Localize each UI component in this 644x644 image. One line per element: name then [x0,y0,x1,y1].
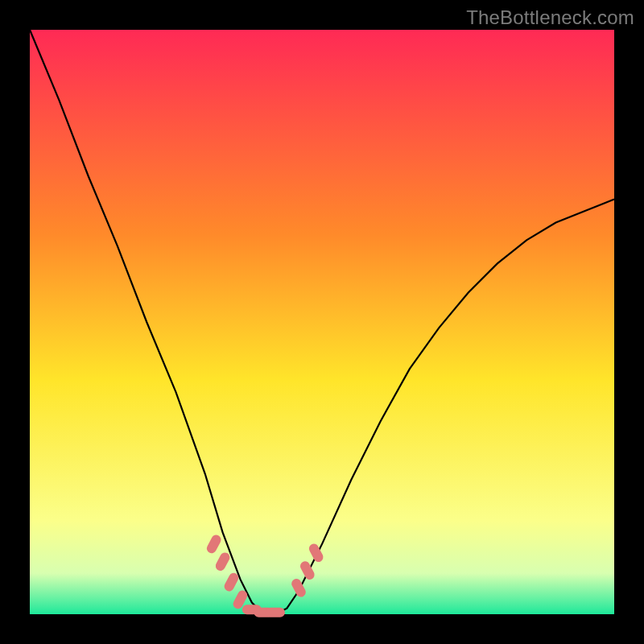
chart-svg [0,0,644,644]
plot-background [30,30,614,614]
chart-frame: TheBottleneck.com [0,0,644,644]
curve-marker [266,608,285,617]
